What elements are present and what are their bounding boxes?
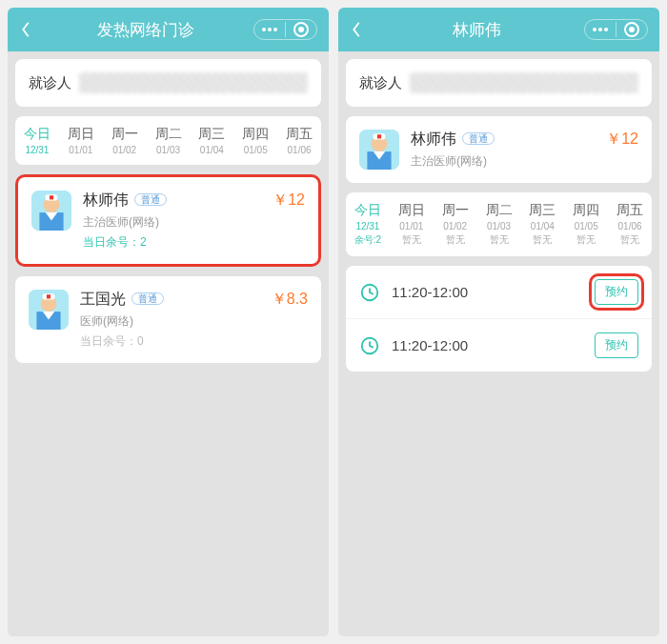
price: ￥8.3 [272, 290, 308, 310]
doctor-name: 林师伟 [411, 130, 456, 150]
patient-label: 就诊人 [359, 74, 402, 92]
clock-icon [359, 282, 380, 303]
day-date: 01/06 [277, 145, 321, 155]
day-date: 01/01 [390, 221, 434, 231]
header: 发热网络门诊 [8, 8, 329, 51]
patient-name-redacted [79, 72, 308, 93]
body: 就诊人 今日12/31周日01/01周一01/02周二01/03周三01/04周… [8, 51, 329, 636]
date-tab[interactable]: 今日12/31 [15, 122, 59, 159]
day-date: 01/01 [59, 145, 103, 155]
day-date: 01/04 [520, 221, 564, 231]
day-availability: 余号:2 [346, 233, 390, 247]
day-availability: 暂无 [434, 233, 477, 247]
doctor-card[interactable]: 王国光普通医师(网络)当日余号：0￥8.3 [15, 276, 321, 363]
doctor-tag: 普通 [134, 193, 167, 206]
day-date: 01/05 [233, 145, 277, 155]
day-label: 周二 [147, 126, 191, 143]
day-date: 01/05 [564, 221, 608, 231]
date-tab[interactable]: 周三01/04暂无 [520, 198, 564, 251]
day-availability: 暂无 [564, 233, 608, 247]
avatar [29, 290, 69, 330]
price: ￥12 [273, 191, 305, 211]
date-tab[interactable]: 今日12/31余号:2 [346, 198, 390, 251]
patient-card[interactable]: 就诊人 [346, 59, 652, 107]
doctor-card[interactable]: 林师伟普通主治医师(网络)当日余号：2￥12 [15, 174, 321, 267]
date-tab[interactable]: 周五01/06 [277, 122, 321, 159]
day-date: 12/31 [15, 145, 59, 155]
doctor-title: 医师(网络) [80, 313, 308, 330]
avatar [31, 191, 71, 231]
day-label: 今日 [15, 126, 59, 143]
day-label: 周五 [277, 126, 321, 143]
date-tabs: 今日12/31周日01/01周一01/02周二01/03周三01/04周四01/… [15, 116, 321, 165]
avatar [359, 130, 399, 170]
day-label: 今日 [346, 202, 390, 219]
day-date: 01/02 [103, 145, 147, 155]
back-icon[interactable] [350, 21, 369, 38]
svg-rect-9 [47, 294, 51, 298]
date-tab[interactable]: 周日01/01暂无 [390, 198, 434, 251]
doctor-title: 主治医师(网络) [411, 153, 638, 170]
day-date: 01/03 [477, 221, 521, 231]
doctor-tag: 普通 [131, 292, 164, 305]
day-availability: 暂无 [608, 233, 652, 247]
slot-time: 11:20-12:00 [392, 337, 583, 353]
capsule-button[interactable] [253, 19, 317, 40]
time-slot: 11:20-12:00预约 [346, 319, 652, 372]
day-date: 01/06 [608, 221, 652, 231]
day-availability: 暂无 [520, 233, 564, 247]
time-slot: 11:20-12:00预约 [346, 266, 652, 319]
remain-label: 当日余号：2 [83, 234, 305, 251]
price: ￥12 [606, 130, 638, 150]
svg-rect-15 [377, 134, 381, 138]
clock-icon [359, 335, 380, 356]
day-date: 12/31 [346, 221, 390, 231]
day-label: 周日 [59, 126, 103, 143]
phone-left: 发热网络门诊 就诊人 今日12/31周日01/01周一01/02周二01/03周… [8, 8, 329, 636]
date-tab[interactable]: 周四01/05暂无 [564, 198, 608, 251]
close-circle-icon[interactable] [293, 22, 309, 37]
header: 林师伟 [338, 8, 659, 51]
doctor-list: 林师伟普通主治医师(网络)当日余号：2￥12王国光普通医师(网络)当日余号：0￥… [15, 174, 321, 363]
date-tab[interactable]: 周二01/03暂无 [477, 198, 521, 251]
day-date: 01/04 [190, 145, 233, 155]
day-label: 周一 [103, 126, 147, 143]
day-availability: 暂无 [477, 233, 521, 247]
date-tab[interactable]: 周四01/05 [233, 122, 277, 159]
date-tab[interactable]: 周二01/03 [147, 122, 191, 159]
doctor-tag: 普通 [462, 132, 495, 145]
menu-dots-icon[interactable] [593, 28, 608, 31]
date-tab[interactable]: 周一01/02暂无 [434, 198, 477, 251]
phone-right: 林师伟 就诊人 林师伟普通 主治医师(网络) ￥12 今日12/31余号:2周日… [338, 8, 659, 636]
slot-time: 11:20-12:00 [392, 284, 583, 300]
date-tab[interactable]: 周日01/01 [59, 122, 103, 159]
date-tab[interactable]: 周五01/06暂无 [608, 198, 652, 251]
book-button[interactable]: 预约 [595, 279, 638, 305]
svg-rect-3 [50, 195, 53, 199]
day-label: 周四 [564, 202, 608, 219]
day-label: 周一 [434, 202, 477, 219]
doctor-title: 主治医师(网络) [83, 214, 305, 231]
patient-name-redacted [410, 72, 638, 93]
date-tab[interactable]: 周一01/02 [103, 122, 147, 159]
day-availability: 暂无 [390, 233, 434, 247]
day-label: 周三 [190, 126, 233, 143]
day-label: 周四 [233, 126, 277, 143]
back-icon[interactable] [19, 21, 38, 38]
date-tabs: 今日12/31余号:2周日01/01暂无周一01/02暂无周二01/03暂无周三… [346, 192, 652, 256]
remain-label: 当日余号：0 [80, 333, 308, 350]
page-title: 发热网络门诊 [38, 19, 253, 41]
capsule-button[interactable] [584, 19, 648, 40]
doctor-card[interactable]: 林师伟普通 主治医师(网络) ￥12 [346, 116, 652, 183]
doctor-name: 林师伟 [83, 191, 129, 211]
day-date: 01/03 [147, 145, 191, 155]
day-label: 周五 [608, 202, 652, 219]
close-circle-icon[interactable] [624, 22, 639, 37]
menu-dots-icon[interactable] [262, 28, 277, 31]
day-label: 周三 [520, 202, 564, 219]
patient-card[interactable]: 就诊人 [15, 59, 321, 107]
day-label: 周日 [390, 202, 434, 219]
book-button[interactable]: 预约 [595, 332, 638, 358]
date-tab[interactable]: 周三01/04 [190, 122, 233, 159]
slot-list: 11:20-12:00预约11:20-12:00预约 [346, 266, 652, 372]
